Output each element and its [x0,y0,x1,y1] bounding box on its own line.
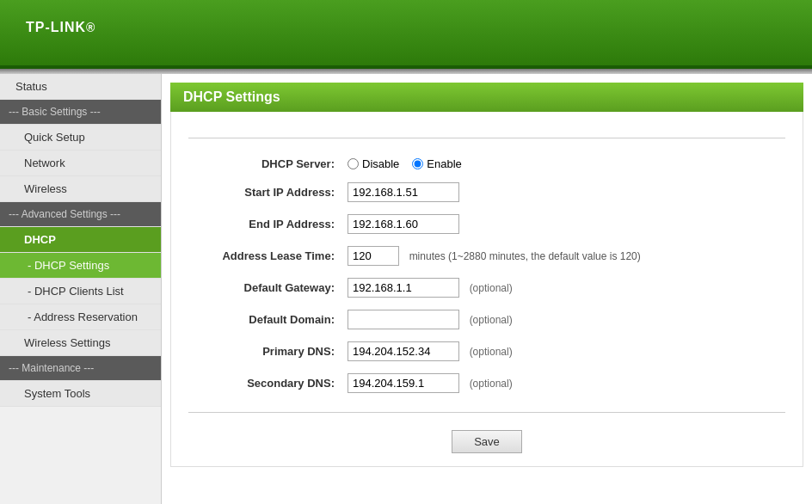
primary-dns-label: Primary DNS: [188,335,343,367]
dhcp-server-row: DHCP Server: Disable Enable [188,151,785,176]
primary-dns-row: Primary DNS: (optional) [188,335,785,367]
sidebar-item-address-reservation[interactable]: - Address Reservation [0,304,161,330]
gateway-row: Default Gateway: (optional) [188,272,785,304]
secondary-dns-optional: (optional) [470,378,513,390]
start-ip-cell [343,176,785,208]
start-ip-label: Start IP Address: [188,176,343,208]
lease-time-label: Address Lease Time: [188,240,343,272]
domain-label: Default Domain: [188,304,343,335]
content-body: DHCP Server: Disable Enable [170,112,803,467]
primary-dns-optional: (optional) [470,346,513,358]
dhcp-disable-label[interactable]: Disable [348,157,399,170]
sidebar-item-wireless-settings[interactable]: Wireless Settings [0,330,161,356]
lease-time-hint: minutes (1~2880 minutes, the default val… [409,250,641,262]
save-section: Save [188,430,785,453]
end-ip-label: End IP Address: [188,208,343,240]
sidebar-item-maintenance: --- Maintenance --- [0,356,161,381]
header: TP-LINK® [0,0,812,69]
sidebar-item-basic-settings: --- Basic Settings --- [0,100,161,125]
end-ip-row: End IP Address: [188,208,785,240]
sidebar-item-dhcp-clients-list[interactable]: - DHCP Clients List [0,279,161,304]
settings-form: DHCP Server: Disable Enable [188,151,785,399]
start-ip-row: Start IP Address: [188,176,785,208]
page-title: DHCP Settings [170,83,803,112]
main-layout: Status --- Basic Settings --- Quick Setu… [0,74,812,504]
logo-tm: ® [86,21,95,34]
sidebar-item-network[interactable]: Network [0,151,161,176]
gateway-optional: (optional) [470,282,513,294]
lease-time-cell: minutes (1~2880 minutes, the default val… [343,240,785,272]
sidebar-item-advanced-settings: --- Advanced Settings --- [0,202,161,227]
secondary-dns-row: Secondary DNS: (optional) [188,367,785,399]
sidebar-item-wireless[interactable]: Wireless [0,176,161,202]
sidebar-item-dhcp-settings[interactable]: - DHCP Settings [0,253,161,279]
dhcp-disable-radio[interactable] [348,158,359,169]
content-area: DHCP Settings DHCP Server: Disable [162,74,812,504]
dhcp-enable-radio[interactable] [412,158,423,169]
end-ip-cell [343,208,785,240]
primary-dns-input[interactable] [348,341,459,361]
sidebar-item-quick-setup[interactable]: Quick Setup [0,125,161,151]
secondary-dns-label: Secondary DNS: [188,367,343,399]
lease-time-input[interactable] [348,246,399,266]
domain-row: Default Domain: (optional) [188,304,785,335]
sidebar-item-dhcp[interactable]: DHCP [0,227,161,253]
dhcp-radio-group: Disable Enable [348,157,781,170]
dhcp-server-label: DHCP Server: [188,151,343,176]
secondary-dns-input[interactable] [348,373,459,393]
secondary-dns-cell: (optional) [343,367,785,399]
gateway-input[interactable] [348,278,459,298]
logo: TP-LINK® [26,17,95,49]
dhcp-disable-text: Disable [362,157,399,170]
domain-optional: (optional) [470,314,513,326]
gateway-label: Default Gateway: [188,272,343,304]
sidebar-item-status[interactable]: Status [0,74,161,100]
dhcp-server-value: Disable Enable [343,151,785,176]
domain-input[interactable] [348,310,459,329]
start-ip-input[interactable] [348,182,459,202]
top-divider [188,138,785,138]
primary-dns-cell: (optional) [343,335,785,367]
lease-time-row: Address Lease Time: minutes (1~2880 minu… [188,240,785,272]
logo-text: TP-LINK [26,20,86,34]
dhcp-enable-label[interactable]: Enable [412,157,461,170]
sidebar: Status --- Basic Settings --- Quick Setu… [0,74,162,504]
domain-cell: (optional) [343,304,785,335]
gateway-cell: (optional) [343,272,785,304]
dhcp-enable-text: Enable [427,157,461,170]
end-ip-input[interactable] [348,214,459,234]
bottom-divider [188,412,785,413]
sidebar-item-system-tools[interactable]: System Tools [0,381,161,407]
save-button[interactable]: Save [452,430,522,453]
